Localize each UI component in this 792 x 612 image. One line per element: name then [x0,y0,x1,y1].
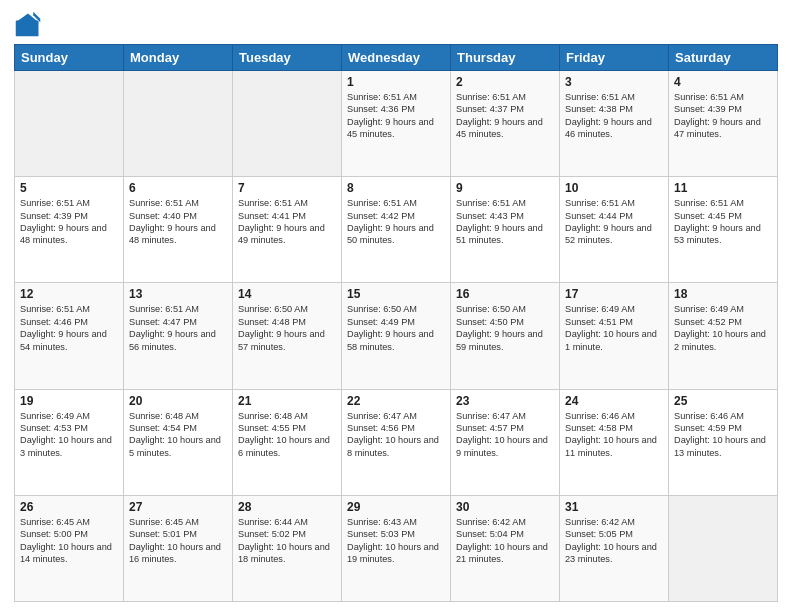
day-number: 21 [238,394,336,408]
day-info: Sunrise: 6:45 AM Sunset: 5:00 PM Dayligh… [20,516,118,566]
day-cell [124,71,233,177]
day-info: Sunrise: 6:51 AM Sunset: 4:38 PM Dayligh… [565,91,663,141]
day-cell: 16Sunrise: 6:50 AM Sunset: 4:50 PM Dayli… [451,283,560,389]
day-info: Sunrise: 6:51 AM Sunset: 4:47 PM Dayligh… [129,303,227,353]
day-number: 28 [238,500,336,514]
day-number: 7 [238,181,336,195]
day-number: 8 [347,181,445,195]
day-info: Sunrise: 6:51 AM Sunset: 4:40 PM Dayligh… [129,197,227,247]
day-info: Sunrise: 6:50 AM Sunset: 4:48 PM Dayligh… [238,303,336,353]
day-cell [233,71,342,177]
week-row-3: 12Sunrise: 6:51 AM Sunset: 4:46 PM Dayli… [15,283,778,389]
day-cell: 23Sunrise: 6:47 AM Sunset: 4:57 PM Dayli… [451,389,560,495]
day-number: 9 [456,181,554,195]
day-cell: 14Sunrise: 6:50 AM Sunset: 4:48 PM Dayli… [233,283,342,389]
day-info: Sunrise: 6:51 AM Sunset: 4:43 PM Dayligh… [456,197,554,247]
day-cell: 12Sunrise: 6:51 AM Sunset: 4:46 PM Dayli… [15,283,124,389]
day-number: 1 [347,75,445,89]
col-header-thursday: Thursday [451,45,560,71]
col-header-friday: Friday [560,45,669,71]
day-number: 29 [347,500,445,514]
day-number: 10 [565,181,663,195]
calendar-table: SundayMondayTuesdayWednesdayThursdayFrid… [14,44,778,602]
day-number: 16 [456,287,554,301]
week-row-1: 1Sunrise: 6:51 AM Sunset: 4:36 PM Daylig… [15,71,778,177]
day-cell [15,71,124,177]
day-number: 3 [565,75,663,89]
day-info: Sunrise: 6:51 AM Sunset: 4:39 PM Dayligh… [674,91,772,141]
day-info: Sunrise: 6:47 AM Sunset: 4:57 PM Dayligh… [456,410,554,460]
day-cell [669,495,778,601]
day-info: Sunrise: 6:45 AM Sunset: 5:01 PM Dayligh… [129,516,227,566]
day-cell: 13Sunrise: 6:51 AM Sunset: 4:47 PM Dayli… [124,283,233,389]
day-number: 4 [674,75,772,89]
day-cell: 4Sunrise: 6:51 AM Sunset: 4:39 PM Daylig… [669,71,778,177]
day-cell: 24Sunrise: 6:46 AM Sunset: 4:58 PM Dayli… [560,389,669,495]
day-cell: 22Sunrise: 6:47 AM Sunset: 4:56 PM Dayli… [342,389,451,495]
day-cell: 1Sunrise: 6:51 AM Sunset: 4:36 PM Daylig… [342,71,451,177]
day-info: Sunrise: 6:48 AM Sunset: 4:54 PM Dayligh… [129,410,227,460]
day-cell: 6Sunrise: 6:51 AM Sunset: 4:40 PM Daylig… [124,177,233,283]
day-number: 24 [565,394,663,408]
day-cell: 29Sunrise: 6:43 AM Sunset: 5:03 PM Dayli… [342,495,451,601]
day-cell: 3Sunrise: 6:51 AM Sunset: 4:38 PM Daylig… [560,71,669,177]
day-cell: 11Sunrise: 6:51 AM Sunset: 4:45 PM Dayli… [669,177,778,283]
day-cell: 20Sunrise: 6:48 AM Sunset: 4:54 PM Dayli… [124,389,233,495]
day-cell: 5Sunrise: 6:51 AM Sunset: 4:39 PM Daylig… [15,177,124,283]
day-number: 12 [20,287,118,301]
day-cell: 8Sunrise: 6:51 AM Sunset: 4:42 PM Daylig… [342,177,451,283]
day-info: Sunrise: 6:43 AM Sunset: 5:03 PM Dayligh… [347,516,445,566]
day-number: 18 [674,287,772,301]
day-info: Sunrise: 6:51 AM Sunset: 4:45 PM Dayligh… [674,197,772,247]
day-number: 27 [129,500,227,514]
day-number: 22 [347,394,445,408]
day-number: 15 [347,287,445,301]
day-info: Sunrise: 6:42 AM Sunset: 5:05 PM Dayligh… [565,516,663,566]
svg-rect-0 [16,21,39,37]
day-cell: 28Sunrise: 6:44 AM Sunset: 5:02 PM Dayli… [233,495,342,601]
day-cell: 21Sunrise: 6:48 AM Sunset: 4:55 PM Dayli… [233,389,342,495]
day-cell: 10Sunrise: 6:51 AM Sunset: 4:44 PM Dayli… [560,177,669,283]
day-number: 30 [456,500,554,514]
col-header-tuesday: Tuesday [233,45,342,71]
day-number: 2 [456,75,554,89]
col-header-saturday: Saturday [669,45,778,71]
day-info: Sunrise: 6:49 AM Sunset: 4:53 PM Dayligh… [20,410,118,460]
day-number: 26 [20,500,118,514]
day-number: 6 [129,181,227,195]
week-row-5: 26Sunrise: 6:45 AM Sunset: 5:00 PM Dayli… [15,495,778,601]
day-cell: 15Sunrise: 6:50 AM Sunset: 4:49 PM Dayli… [342,283,451,389]
day-info: Sunrise: 6:51 AM Sunset: 4:41 PM Dayligh… [238,197,336,247]
day-number: 11 [674,181,772,195]
day-number: 31 [565,500,663,514]
day-cell: 9Sunrise: 6:51 AM Sunset: 4:43 PM Daylig… [451,177,560,283]
col-header-monday: Monday [124,45,233,71]
week-row-2: 5Sunrise: 6:51 AM Sunset: 4:39 PM Daylig… [15,177,778,283]
day-info: Sunrise: 6:46 AM Sunset: 4:58 PM Dayligh… [565,410,663,460]
day-cell: 17Sunrise: 6:49 AM Sunset: 4:51 PM Dayli… [560,283,669,389]
day-number: 13 [129,287,227,301]
logo [14,10,46,38]
day-info: Sunrise: 6:50 AM Sunset: 4:50 PM Dayligh… [456,303,554,353]
day-cell: 18Sunrise: 6:49 AM Sunset: 4:52 PM Dayli… [669,283,778,389]
day-number: 25 [674,394,772,408]
day-info: Sunrise: 6:51 AM Sunset: 4:42 PM Dayligh… [347,197,445,247]
header [14,10,778,38]
day-info: Sunrise: 6:47 AM Sunset: 4:56 PM Dayligh… [347,410,445,460]
page: SundayMondayTuesdayWednesdayThursdayFrid… [0,0,792,612]
day-cell: 27Sunrise: 6:45 AM Sunset: 5:01 PM Dayli… [124,495,233,601]
day-info: Sunrise: 6:51 AM Sunset: 4:46 PM Dayligh… [20,303,118,353]
logo-icon [14,10,42,38]
calendar-header-row: SundayMondayTuesdayWednesdayThursdayFrid… [15,45,778,71]
day-cell: 26Sunrise: 6:45 AM Sunset: 5:00 PM Dayli… [15,495,124,601]
col-header-sunday: Sunday [15,45,124,71]
day-info: Sunrise: 6:44 AM Sunset: 5:02 PM Dayligh… [238,516,336,566]
day-info: Sunrise: 6:42 AM Sunset: 5:04 PM Dayligh… [456,516,554,566]
day-cell: 31Sunrise: 6:42 AM Sunset: 5:05 PM Dayli… [560,495,669,601]
day-number: 14 [238,287,336,301]
day-number: 19 [20,394,118,408]
day-info: Sunrise: 6:51 AM Sunset: 4:36 PM Dayligh… [347,91,445,141]
col-header-wednesday: Wednesday [342,45,451,71]
day-cell: 30Sunrise: 6:42 AM Sunset: 5:04 PM Dayli… [451,495,560,601]
day-info: Sunrise: 6:49 AM Sunset: 4:51 PM Dayligh… [565,303,663,353]
